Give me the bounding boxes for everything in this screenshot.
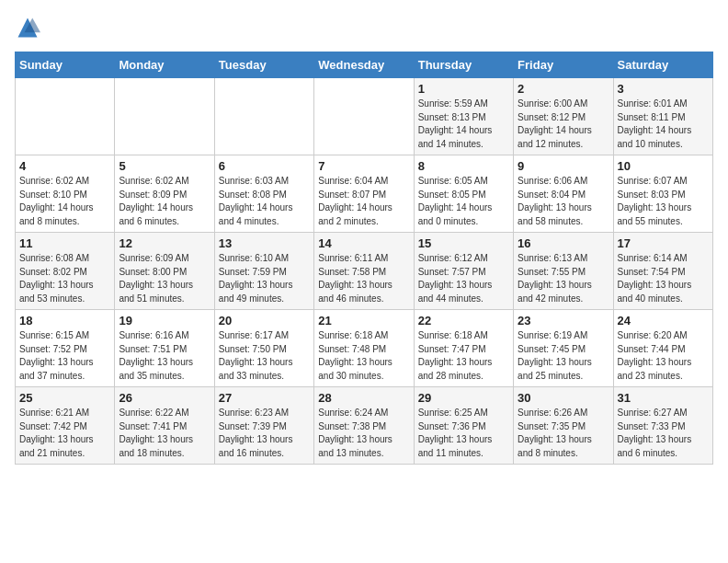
day-number: 20: [219, 314, 310, 327]
day-info: Sunrise: 6:26 AM Sunset: 7:35 PM Dayligh…: [518, 407, 609, 460]
calendar-cell: 23Sunrise: 6:19 AM Sunset: 7:45 PM Dayli…: [514, 310, 613, 387]
day-info: Sunrise: 6:18 AM Sunset: 7:48 PM Dayligh…: [318, 329, 409, 383]
day-info: Sunrise: 6:20 AM Sunset: 7:44 PM Dayligh…: [618, 329, 709, 383]
calendar-cell: 20Sunrise: 6:17 AM Sunset: 7:50 PM Dayli…: [214, 310, 313, 387]
day-info: Sunrise: 6:08 AM Sunset: 8:02 PM Dayligh…: [19, 252, 110, 305]
day-number: 7: [318, 159, 409, 173]
logo: [15, 15, 44, 40]
day-info: Sunrise: 6:23 AM Sunset: 7:39 PM Dayligh…: [219, 407, 310, 460]
calendar-cell: 18Sunrise: 6:15 AM Sunset: 7:52 PM Dayli…: [16, 310, 115, 387]
day-info: Sunrise: 6:15 AM Sunset: 7:52 PM Dayligh…: [19, 329, 110, 383]
day-number: 2: [518, 82, 609, 96]
day-info: Sunrise: 6:09 AM Sunset: 8:00 PM Dayligh…: [119, 252, 210, 305]
calendar-cell: 24Sunrise: 6:20 AM Sunset: 7:44 PM Dayli…: [613, 310, 712, 387]
day-info: Sunrise: 6:13 AM Sunset: 7:55 PM Dayligh…: [518, 252, 609, 305]
calendar-cell: 12Sunrise: 6:09 AM Sunset: 8:00 PM Dayli…: [115, 233, 214, 310]
day-number: 27: [219, 391, 310, 405]
calendar-cell: 17Sunrise: 6:14 AM Sunset: 7:54 PM Dayli…: [613, 233, 712, 310]
calendar-cell: 10Sunrise: 6:07 AM Sunset: 8:03 PM Dayli…: [613, 155, 712, 233]
day-number: 11: [19, 236, 110, 250]
day-info: Sunrise: 6:03 AM Sunset: 8:08 PM Dayligh…: [219, 175, 310, 228]
day-number: 1: [418, 82, 509, 96]
calendar-cell: 28Sunrise: 6:24 AM Sunset: 7:38 PM Dayli…: [314, 387, 414, 465]
day-number: 15: [418, 236, 509, 250]
calendar-cell: 30Sunrise: 6:26 AM Sunset: 7:35 PM Dayli…: [514, 387, 613, 465]
weekday-header-row: SundayMondayTuesdayWednesdayThursdayFrid…: [16, 52, 713, 78]
day-number: 30: [518, 391, 609, 405]
day-number: 31: [618, 391, 709, 405]
calendar-table: SundayMondayTuesdayWednesdayThursdayFrid…: [15, 52, 713, 465]
day-info: Sunrise: 6:00 AM Sunset: 8:12 PM Dayligh…: [518, 98, 609, 151]
weekday-header-thursday: Thursday: [414, 52, 513, 78]
calendar-cell: 16Sunrise: 6:13 AM Sunset: 7:55 PM Dayli…: [514, 233, 613, 310]
calendar-cell: 27Sunrise: 6:23 AM Sunset: 7:39 PM Dayli…: [214, 387, 313, 465]
day-info: Sunrise: 6:21 AM Sunset: 7:42 PM Dayligh…: [19, 407, 110, 460]
header: [15, 15, 713, 40]
calendar-cell: [16, 78, 115, 155]
day-info: Sunrise: 6:06 AM Sunset: 8:04 PM Dayligh…: [518, 175, 609, 228]
day-info: Sunrise: 6:18 AM Sunset: 7:47 PM Dayligh…: [418, 329, 509, 383]
day-number: 14: [318, 236, 409, 250]
calendar-cell: 29Sunrise: 6:25 AM Sunset: 7:36 PM Dayli…: [414, 387, 513, 465]
day-number: 22: [418, 314, 509, 327]
day-number: 16: [518, 236, 609, 250]
day-info: Sunrise: 5:59 AM Sunset: 8:13 PM Dayligh…: [418, 98, 509, 151]
day-number: 10: [618, 159, 709, 173]
day-info: Sunrise: 6:05 AM Sunset: 8:05 PM Dayligh…: [418, 175, 509, 228]
calendar-cell: 22Sunrise: 6:18 AM Sunset: 7:47 PM Dayli…: [414, 310, 513, 387]
day-number: 4: [19, 159, 110, 173]
day-info: Sunrise: 6:17 AM Sunset: 7:50 PM Dayligh…: [219, 329, 310, 383]
calendar-cell: 15Sunrise: 6:12 AM Sunset: 7:57 PM Dayli…: [414, 233, 513, 310]
day-number: 21: [318, 314, 409, 327]
day-number: 17: [618, 236, 709, 250]
calendar-cell: [115, 78, 214, 155]
calendar-week-row: 1Sunrise: 5:59 AM Sunset: 8:13 PM Daylig…: [16, 78, 713, 155]
calendar-cell: [214, 78, 313, 155]
day-info: Sunrise: 6:10 AM Sunset: 7:59 PM Dayligh…: [219, 252, 310, 305]
day-info: Sunrise: 6:12 AM Sunset: 7:57 PM Dayligh…: [418, 252, 509, 305]
calendar-week-row: 4Sunrise: 6:02 AM Sunset: 8:10 PM Daylig…: [16, 155, 713, 233]
calendar-cell: 13Sunrise: 6:10 AM Sunset: 7:59 PM Dayli…: [214, 233, 313, 310]
calendar-cell: 31Sunrise: 6:27 AM Sunset: 7:33 PM Dayli…: [613, 387, 712, 465]
day-info: Sunrise: 6:22 AM Sunset: 7:41 PM Dayligh…: [119, 407, 210, 460]
day-number: 26: [119, 391, 210, 405]
calendar-cell: [314, 78, 414, 155]
day-info: Sunrise: 6:07 AM Sunset: 8:03 PM Dayligh…: [618, 175, 709, 228]
day-info: Sunrise: 6:14 AM Sunset: 7:54 PM Dayligh…: [618, 252, 709, 305]
calendar-cell: 8Sunrise: 6:05 AM Sunset: 8:05 PM Daylig…: [414, 155, 513, 233]
day-number: 28: [318, 391, 409, 405]
day-info: Sunrise: 6:01 AM Sunset: 8:11 PM Dayligh…: [618, 98, 709, 151]
day-number: 18: [19, 314, 110, 327]
day-number: 19: [119, 314, 210, 327]
calendar-cell: 3Sunrise: 6:01 AM Sunset: 8:11 PM Daylig…: [613, 78, 712, 155]
day-number: 13: [219, 236, 310, 250]
day-info: Sunrise: 6:16 AM Sunset: 7:51 PM Dayligh…: [119, 329, 210, 383]
calendar-cell: 1Sunrise: 5:59 AM Sunset: 8:13 PM Daylig…: [414, 78, 513, 155]
calendar-cell: 19Sunrise: 6:16 AM Sunset: 7:51 PM Dayli…: [115, 310, 214, 387]
day-info: Sunrise: 6:27 AM Sunset: 7:33 PM Dayligh…: [618, 407, 709, 460]
day-number: 12: [119, 236, 210, 250]
day-number: 6: [219, 159, 310, 173]
calendar-week-row: 11Sunrise: 6:08 AM Sunset: 8:02 PM Dayli…: [16, 233, 713, 310]
day-info: Sunrise: 6:04 AM Sunset: 8:07 PM Dayligh…: [318, 175, 409, 228]
day-number: 23: [518, 314, 609, 327]
logo-icon: [15, 15, 40, 40]
calendar-cell: 25Sunrise: 6:21 AM Sunset: 7:42 PM Dayli…: [16, 387, 115, 465]
day-number: 5: [119, 159, 210, 173]
calendar-cell: 7Sunrise: 6:04 AM Sunset: 8:07 PM Daylig…: [314, 155, 414, 233]
calendar-cell: 14Sunrise: 6:11 AM Sunset: 7:58 PM Dayli…: [314, 233, 414, 310]
day-info: Sunrise: 6:19 AM Sunset: 7:45 PM Dayligh…: [518, 329, 609, 383]
day-info: Sunrise: 6:11 AM Sunset: 7:58 PM Dayligh…: [318, 252, 409, 305]
calendar-cell: 11Sunrise: 6:08 AM Sunset: 8:02 PM Dayli…: [16, 233, 115, 310]
weekday-header-wednesday: Wednesday: [314, 52, 414, 78]
day-number: 9: [518, 159, 609, 173]
day-number: 3: [618, 82, 709, 96]
weekday-header-tuesday: Tuesday: [214, 52, 313, 78]
calendar-week-row: 18Sunrise: 6:15 AM Sunset: 7:52 PM Dayli…: [16, 310, 713, 387]
day-info: Sunrise: 6:02 AM Sunset: 8:10 PM Dayligh…: [19, 175, 110, 228]
calendar-cell: 26Sunrise: 6:22 AM Sunset: 7:41 PM Dayli…: [115, 387, 214, 465]
calendar-cell: 5Sunrise: 6:02 AM Sunset: 8:09 PM Daylig…: [115, 155, 214, 233]
day-number: 29: [418, 391, 509, 405]
calendar-cell: 21Sunrise: 6:18 AM Sunset: 7:48 PM Dayli…: [314, 310, 414, 387]
day-number: 25: [19, 391, 110, 405]
